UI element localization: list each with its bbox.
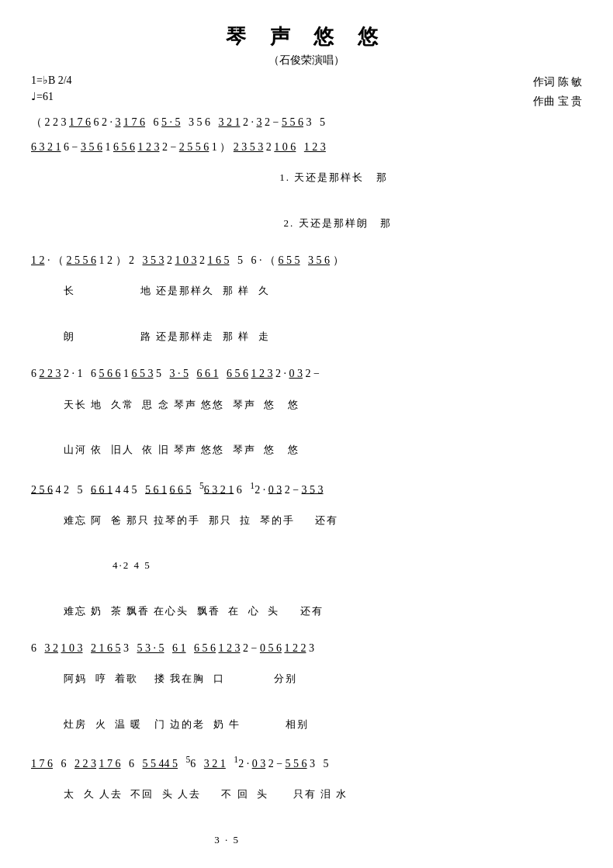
line-6: 6 3 2 1 0 3 2 1 6 5 3 5 3 · 5 6 1 6 5 6 … xyxy=(31,638,582,745)
line-4: 6 2 2 3 2 · 1 6 5 6 6 1 6 5 3 5 3 · 5 6 … xyxy=(31,364,582,471)
notation-3: 1 2 · （ 2 5 5 6 1 2 ） 2 3 5 3 2 1 0 3 2 … xyxy=(31,251,582,270)
lyrics-7-note: 3 · 5 xyxy=(31,819,582,862)
lyrics-6b: 灶房 火 温 暖 门 边的老 奶 牛 相别 xyxy=(31,704,582,746)
notation-4: 6 2 2 3 2 · 1 6 5 6 6 1 6 5 3 5 3 · 5 6 … xyxy=(31,364,582,383)
line-2: 6 3 2 1 6 − 3 5 6 1 6 5 6 1 2 3 2 − 2 5 … xyxy=(31,137,582,244)
key-time-section: 1=♭B 2/4 ♩=61 xyxy=(31,72,72,105)
key-signature: 1=♭B 2/4 xyxy=(31,72,72,88)
page-container: 琴 声 悠 悠 （石俊荣演唱） 1=♭B 2/4 ♩=61 作词 陈 敏 作曲 … xyxy=(31,23,582,868)
lyrics-6a: 阿妈 哼 着歌 搂 我在胸 口 分别 xyxy=(31,658,582,700)
line-1: （ 2 2 3 1 7 6 6 2 · 3 1 7 6 6 5 · 5 3 5 … xyxy=(31,112,582,132)
lyrics-4a: 天长 地 久常 思 念 琴声 悠悠 琴声 悠 悠 xyxy=(31,383,582,426)
lyrics-3b: 朗 路 还是那样走 那 样 走 xyxy=(31,316,582,358)
music-content: （ 2 2 3 1 7 6 6 2 · 3 1 7 6 6 5 · 5 3 5 … xyxy=(31,112,582,868)
notation-7: 1 7 6 6 2 2 3 1 7 6 6 5 5 44 5 56 3 2 1 … xyxy=(31,752,582,773)
lyricist: 作词 陈 敏 xyxy=(533,72,582,92)
lyrics-5b: 难忘 奶 茶 飘香 在心头 飘香 在 心 头 还有 xyxy=(31,590,582,632)
notation-5: 2 5 6 4 2 5 6 6 1 4 4 5 5 6 1 6 6 5 56 3… xyxy=(31,478,582,500)
notation-1: （ 2 2 3 1 7 6 6 2 · 3 1 7 6 6 5 · 5 3 5 … xyxy=(31,112,582,132)
lyrics-5-note: 4·2 4 5 xyxy=(31,545,582,587)
header-info: 1=♭B 2/4 ♩=61 作词 陈 敏 作曲 宝 贵 xyxy=(31,72,582,111)
song-subtitle: （石俊荣演唱） xyxy=(31,54,582,67)
lyrics-7b: 太 久 思乡 人消 瘦 思乡 人 消 瘦 只有 月 下 xyxy=(31,864,582,868)
notation-2: 6 3 2 1 6 − 3 5 6 1 6 5 6 1 2 3 2 − 2 5 … xyxy=(31,137,582,157)
lyrics-3a: 长 地 还是那样久 那 样 久 xyxy=(31,270,582,313)
line-5: 2 5 6 4 2 5 6 6 1 4 4 5 5 6 1 6 6 5 56 3… xyxy=(31,478,582,633)
composer: 作曲 宝 贵 xyxy=(533,92,582,111)
lyrics-2b: 2. 天还是那样朗 那 xyxy=(31,202,582,244)
tempo-marking: ♩=61 xyxy=(31,88,72,105)
authors-section: 作词 陈 敏 作曲 宝 贵 xyxy=(533,72,582,111)
lyrics-2a: 1. 天还是那样长 那 xyxy=(31,157,582,199)
lyrics-7a: 太 久 人去 不回 头 人去 不 回 头 只有 泪 水 xyxy=(31,773,582,816)
lyrics-4b: 山河 依 旧人 依 旧 琴声 悠悠 琴声 悠 悠 xyxy=(31,429,582,472)
lyrics-5a: 难忘 阿 爸 那只 拉琴的手 那只 拉 琴的手 还有 xyxy=(31,499,582,541)
song-title: 琴 声 悠 悠 xyxy=(31,23,582,50)
line-7: 1 7 6 6 2 2 3 1 7 6 6 5 5 44 5 56 3 2 1 … xyxy=(31,752,582,868)
notation-6: 6 3 2 1 0 3 2 1 6 5 3 5 3 · 5 6 1 6 5 6 … xyxy=(31,638,582,658)
line-3: 1 2 · （ 2 5 5 6 1 2 ） 2 3 5 3 2 1 0 3 2 … xyxy=(31,251,582,358)
